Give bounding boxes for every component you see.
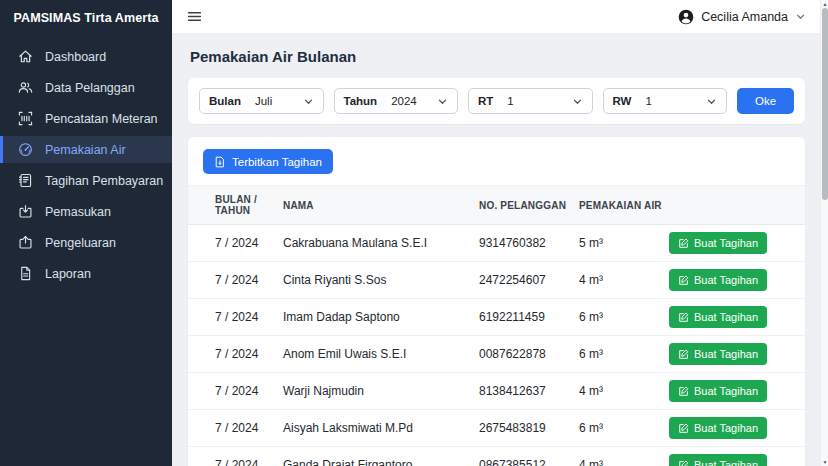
scroll-down-arrow[interactable]: ▼ <box>821 458 828 466</box>
column-header: NAMA <box>283 186 479 225</box>
gauge-icon <box>18 142 33 157</box>
page-title: Pemakaian Air Bulanan <box>190 48 805 65</box>
buat-tagihan-label: Buat Tagihan <box>694 274 758 286</box>
home-icon <box>18 49 33 64</box>
cell-period: 7 / 2024 <box>188 225 283 262</box>
pencil-square-icon <box>678 423 689 434</box>
terbitkan-tagihan-button[interactable]: Terbitkan Tagihan <box>203 149 333 174</box>
user-menu[interactable]: Cecilia Amanda <box>678 9 806 25</box>
cell-name: Aisyah Laksmiwati M.Pd <box>283 410 479 447</box>
cell-usage: 6 m³ <box>579 336 669 373</box>
filter-selected-value: 1 <box>507 95 513 107</box>
column-header: NO. PELANGGAN <box>479 186 579 225</box>
filter-select-bulan[interactable]: BulanJuli <box>199 88 324 114</box>
cell-customer-no: 9314760382 <box>479 225 579 262</box>
filter-bar: BulanJuliTahun2024RT1RW1Oke <box>188 78 805 124</box>
table-row: 7 / 2024Warji Najmudin81384126374 m³Buat… <box>188 373 805 410</box>
sidebar-item-pemakaian-air[interactable]: Pemakaian Air <box>0 136 172 163</box>
user-name: Cecilia Amanda <box>701 10 788 24</box>
file-arrow-down-icon <box>214 156 226 168</box>
box-arrow-in-icon <box>18 204 33 219</box>
menu-toggle-icon[interactable] <box>186 8 203 25</box>
cell-usage: 4 m³ <box>579 262 669 299</box>
cell-action: Buat Tagihan <box>669 262 805 299</box>
buat-tagihan-button[interactable]: Buat Tagihan <box>669 343 767 365</box>
sidebar-item-pengeluaran[interactable]: Pengeluaran <box>0 229 172 256</box>
cell-period: 7 / 2024 <box>188 410 283 447</box>
sidebar-item-pencatatan-meteran[interactable]: Pencatatan Meteran <box>0 105 172 132</box>
filter-select-rw[interactable]: RW1 <box>603 88 728 114</box>
scroll-up-arrow[interactable]: ▲ <box>821 0 828 8</box>
cell-customer-no: 6192211459 <box>479 299 579 336</box>
cell-name: Imam Dadap Saptono <box>283 299 479 336</box>
table-row: 7 / 2024Imam Dadap Saptono61922114596 m³… <box>188 299 805 336</box>
sidebar-item-tagihan-pembayaran[interactable]: Tagihan Pembayaran <box>0 167 172 194</box>
cell-customer-no: 8138412637 <box>479 373 579 410</box>
sidebar-item-label: Dashboard <box>45 50 106 64</box>
filter-selected-value: 2024 <box>391 95 417 107</box>
scrollbar-thumb[interactable] <box>822 8 828 200</box>
cell-name: Warji Najmudin <box>283 373 479 410</box>
cell-name: Cakrabuana Maulana S.E.I <box>283 225 479 262</box>
cell-action: Buat Tagihan <box>669 373 805 410</box>
table-row: 7 / 2024Anom Emil Uwais S.E.I00876228786… <box>188 336 805 373</box>
sidebar-item-dashboard[interactable]: Dashboard <box>0 43 172 70</box>
sidebar-menu: DashboardData PelangganPencatatan Metera… <box>0 36 172 287</box>
chevron-down-icon <box>795 11 806 22</box>
buat-tagihan-button[interactable]: Buat Tagihan <box>669 269 767 291</box>
cell-customer-no: 0867385512 <box>479 447 579 466</box>
buat-tagihan-label: Buat Tagihan <box>694 237 758 249</box>
cell-period: 7 / 2024 <box>188 262 283 299</box>
sidebar-item-label: Tagihan Pembayaran <box>45 174 163 188</box>
buat-tagihan-label: Buat Tagihan <box>694 348 758 360</box>
chevron-down-icon <box>572 96 583 107</box>
sidebar-item-data-pelanggan[interactable]: Data Pelanggan <box>0 74 172 101</box>
filter-select-rt[interactable]: RT1 <box>468 88 593 114</box>
buat-tagihan-button[interactable]: Buat Tagihan <box>669 454 767 466</box>
page-content: Pemakaian Air Bulanan BulanJuliTahun2024… <box>172 34 828 466</box>
brand-title: PAMSIMAS Tirta Amerta <box>0 0 172 36</box>
cell-period: 7 / 2024 <box>188 336 283 373</box>
column-header-actions <box>669 186 805 225</box>
filter-selected-value: 1 <box>645 95 651 107</box>
cell-customer-no: 2472254607 <box>479 262 579 299</box>
cell-usage: 4 m³ <box>579 373 669 410</box>
filter-label: Bulan <box>209 95 241 107</box>
meter-scan-icon <box>18 111 33 126</box>
sidebar: PAMSIMAS Tirta Amerta DashboardData Pela… <box>0 0 172 466</box>
file-text-icon <box>18 266 33 281</box>
oke-button[interactable]: Oke <box>737 88 794 114</box>
cell-action: Buat Tagihan <box>669 336 805 373</box>
cell-usage: 5 m³ <box>579 225 669 262</box>
cell-name: Anom Emil Uwais S.E.I <box>283 336 479 373</box>
buat-tagihan-button[interactable]: Buat Tagihan <box>669 232 767 254</box>
cell-usage: 6 m³ <box>579 410 669 447</box>
cell-usage: 6 m³ <box>579 299 669 336</box>
filter-select-tahun[interactable]: Tahun2024 <box>334 88 459 114</box>
column-header: BULAN / TAHUN <box>188 186 283 225</box>
cell-period: 7 / 2024 <box>188 447 283 466</box>
buat-tagihan-button[interactable]: Buat Tagihan <box>669 417 767 439</box>
chevron-down-icon <box>303 96 314 107</box>
sidebar-item-pemasukan[interactable]: Pemasukan <box>0 198 172 225</box>
buat-tagihan-button[interactable]: Buat Tagihan <box>669 306 767 328</box>
sidebar-item-laporan[interactable]: Laporan <box>0 260 172 287</box>
pencil-square-icon <box>678 386 689 397</box>
sidebar-item-label: Pemakaian Air <box>45 143 126 157</box>
cell-name: Ganda Drajat Firgantoro <box>283 447 479 466</box>
buat-tagihan-button[interactable]: Buat Tagihan <box>669 380 767 402</box>
main-area: Cecilia Amanda Pemakaian Air Bulanan Bul… <box>172 0 828 466</box>
table-body: 7 / 2024Cakrabuana Maulana S.E.I93147603… <box>188 225 805 466</box>
cell-name: Cinta Riyanti S.Sos <box>283 262 479 299</box>
column-header: PEMAKAIAN AIR <box>579 186 669 225</box>
person-circle-icon <box>678 9 694 25</box>
scrollbar[interactable]: ▲ ▼ <box>820 0 828 466</box>
cell-period: 7 / 2024 <box>188 299 283 336</box>
pencil-square-icon <box>678 460 689 466</box>
filter-label: RT <box>478 95 493 107</box>
cell-customer-no: 2675483819 <box>479 410 579 447</box>
sidebar-item-label: Data Pelanggan <box>45 81 135 95</box>
cell-usage: 4 m³ <box>579 447 669 466</box>
table-row: 7 / 2024Cinta Riyanti S.Sos24722546074 m… <box>188 262 805 299</box>
table-row: 7 / 2024Cakrabuana Maulana S.E.I93147603… <box>188 225 805 262</box>
